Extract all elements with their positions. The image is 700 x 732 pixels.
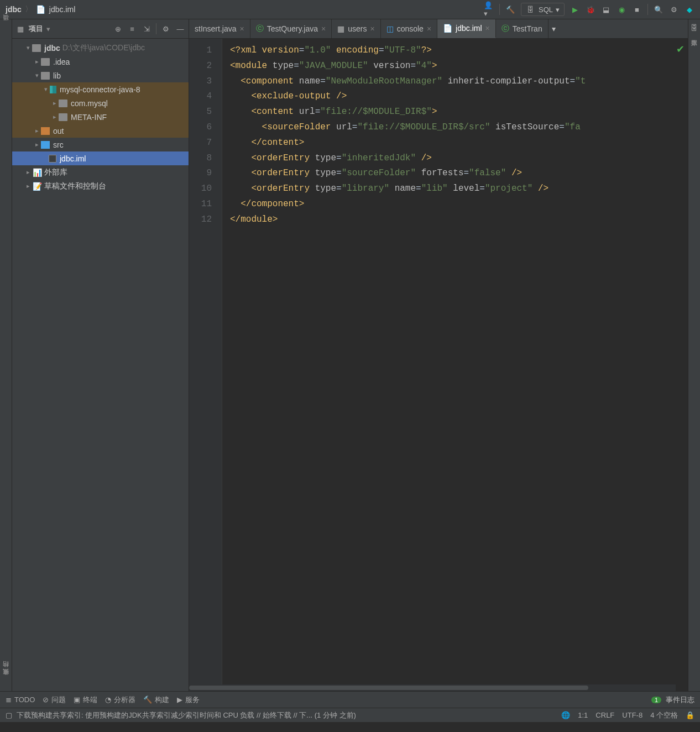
close-icon[interactable]: × <box>370 24 374 33</box>
project-sidebar: ▦ 项目 ▾ ⊕ ≡ ⇲ ⚙ — ▾jdbc D:\文件\java\CODE\j… <box>12 19 189 691</box>
line-num: 7 <box>189 135 222 151</box>
code-editor[interactable]: 1 2 3 4 5 6 7 8 9 10 11 12 <?xml version… <box>189 39 688 691</box>
close-icon[interactable]: × <box>321 24 326 33</box>
tab-console[interactable]: ◫console× <box>381 19 437 38</box>
code-content[interactable]: <?xml version="1.0" encoding="UTF-8"?> <… <box>222 39 688 691</box>
tw-todo[interactable]: ≣TODO <box>6 696 35 704</box>
hammer-icon[interactable]: 🔨 <box>505 4 515 14</box>
status-crlf[interactable]: CRLF <box>595 711 614 719</box>
db-icon[interactable]: 🗄 <box>689 23 699 33</box>
tree-commysql[interactable]: ▸com.mysql <box>12 96 189 110</box>
status-pos[interactable]: 1:1 <box>578 711 588 719</box>
tab-jdbciml[interactable]: 📄jdbc.iml× <box>437 19 496 38</box>
line-num: 5 <box>189 104 222 120</box>
settings-icon[interactable]: ⚙ <box>669 4 679 14</box>
library-icon: 📊 <box>32 168 42 177</box>
tab-label: console <box>397 24 424 33</box>
line-num: 3 <box>189 74 222 90</box>
tree-metainf[interactable]: ▸META-INF <box>12 110 189 124</box>
lock-icon[interactable]: 🔒 <box>686 711 694 719</box>
right-tab-database[interactable]: 数据库 <box>689 33 699 37</box>
tw-problems[interactable]: ⊘问题 <box>43 695 66 705</box>
status-indent[interactable]: 4 个空格 <box>650 710 678 720</box>
profile-icon[interactable]: ◉ <box>617 4 626 14</box>
status-message[interactable]: 下载预构建共享索引: 使用预构建的JDK共享索引减少索引时间和 CPU 负载 /… <box>17 710 356 720</box>
tree-src[interactable]: ▸src <box>12 138 189 151</box>
scratch-icon: 📝 <box>32 181 42 191</box>
user-icon[interactable]: 👤▾ <box>484 4 494 14</box>
scrollbar-thumb[interactable] <box>189 686 588 690</box>
sidebar-header: ▦ 项目 ▾ ⊕ ≡ ⇲ ⚙ — <box>12 19 189 39</box>
close-icon[interactable]: × <box>427 24 431 33</box>
gutter: 1 2 3 4 5 6 7 8 9 10 11 12 <box>189 39 222 691</box>
left-tab-project[interactable]: 项目 <box>1 23 11 27</box>
tree-out[interactable]: ▸out <box>12 124 189 138</box>
target-icon[interactable]: ⊕ <box>113 24 123 34</box>
stop-icon[interactable]: ■ <box>632 4 642 14</box>
tab-overflow[interactable]: ▾ <box>548 19 559 38</box>
status-bar: ▢ 下载预构建共享索引: 使用预构建的JDK共享索引减少索引时间和 CPU 负载… <box>0 708 700 722</box>
project-tree: ▾jdbc D:\文件\java\CODE\jdbc ▸.idea ▾lib ▾… <box>12 39 189 691</box>
file-icon: 📄 <box>36 4 46 14</box>
breadcrumb-root[interactable]: jdbc <box>6 5 22 14</box>
debug-icon[interactable]: 🐞 <box>586 4 595 14</box>
inspection-ok-icon[interactable]: ✔ <box>676 43 685 55</box>
left-rail: 项目 结构 收藏夹 <box>0 19 12 691</box>
divider <box>156 23 156 34</box>
run-config-selector[interactable]: 🗄 SQL ▾ <box>521 3 565 16</box>
tree-label: 草稿文件和控制台 <box>44 181 106 191</box>
list-icon: ≣ <box>6 696 12 704</box>
close-icon[interactable]: × <box>239 24 244 33</box>
breadcrumb-file[interactable]: jdbc.iml <box>49 5 75 14</box>
tab-testinsert[interactable]: stInsert.java× <box>189 19 250 38</box>
status-enc[interactable]: UTF-8 <box>622 711 642 719</box>
tw-build[interactable]: 🔨构建 <box>143 695 169 705</box>
line-num: 1 <box>189 43 222 59</box>
tab-label: jdbc.iml <box>456 24 482 33</box>
status-icon[interactable]: ▢ <box>6 711 12 719</box>
editor-tabs: stInsert.java× ⓒTestQuery.java× ▦users× … <box>189 19 688 39</box>
tw-label: TODO <box>14 696 35 704</box>
flatten-icon[interactable]: ≡ <box>127 24 137 34</box>
line-num: 11 <box>189 197 222 212</box>
tw-eventlog[interactable]: 事件日志 <box>666 695 694 705</box>
tree-label: src <box>53 140 64 149</box>
search-icon[interactable]: 🔍 <box>654 4 664 14</box>
horizontal-scrollbar[interactable] <box>189 684 676 691</box>
chevron-down-icon[interactable]: ▾ <box>46 25 50 33</box>
hide-icon[interactable]: — <box>175 24 185 34</box>
tw-services[interactable]: ▶服务 <box>177 695 200 705</box>
tree-connector[interactable]: ▾mysql-connector-java-8 <box>12 82 189 96</box>
tree-root-name: jdbc <box>44 44 60 53</box>
gear-icon[interactable]: ⚙ <box>161 24 171 34</box>
tree-label: .idea <box>53 57 70 66</box>
tree-idea[interactable]: ▸.idea <box>12 55 189 69</box>
tw-label: 分析器 <box>114 695 135 705</box>
toolbar-icons: 👤▾ 🔨 🗄 SQL ▾ ▶ 🐞 ⬓ ◉ ■ 🔍 ⚙ ◆ <box>484 3 700 16</box>
close-icon[interactable]: × <box>485 24 490 33</box>
chevron-down-icon: ▾ <box>556 6 560 14</box>
collapse-icon[interactable]: ⇲ <box>142 24 152 34</box>
toolbox-icon[interactable]: ◆ <box>685 4 694 14</box>
coverage-icon[interactable]: ⬓ <box>601 4 611 14</box>
tab-testquery[interactable]: ⓒTestQuery.java× <box>250 19 332 38</box>
globe-icon[interactable]: 🌐 <box>561 711 570 719</box>
hammer-icon: 🔨 <box>143 696 152 704</box>
tw-terminal[interactable]: ▣终端 <box>74 695 97 705</box>
run-icon[interactable]: ▶ <box>570 4 580 14</box>
breadcrumb: jdbc 〉 📄 jdbc.iml <box>0 4 75 14</box>
tree-label: jdbc.iml <box>60 154 86 163</box>
tree-iml[interactable]: jdbc.iml <box>12 151 189 165</box>
tree-lib[interactable]: ▾lib <box>12 69 189 82</box>
tab-users[interactable]: ▦users× <box>332 19 380 38</box>
left-tab-structure[interactable]: 结构 <box>1 670 11 675</box>
tw-profiler[interactable]: ◔分析器 <box>105 695 135 705</box>
tab-testtran[interactable]: ⓒTestTran <box>496 19 548 38</box>
tree-extlib[interactable]: ▸📊 外部库 <box>12 165 189 179</box>
warning-icon: ⊘ <box>43 696 49 704</box>
tree-scratch[interactable]: ▸📝 草稿文件和控制台 <box>12 179 189 193</box>
sidebar-title[interactable]: 项目 <box>29 24 43 34</box>
tree-root[interactable]: ▾jdbc D:\文件\java\CODE\jdbc <box>12 41 189 55</box>
line-num: 4 <box>189 89 222 104</box>
left-tab-fav[interactable]: 收藏夹 <box>1 678 11 682</box>
